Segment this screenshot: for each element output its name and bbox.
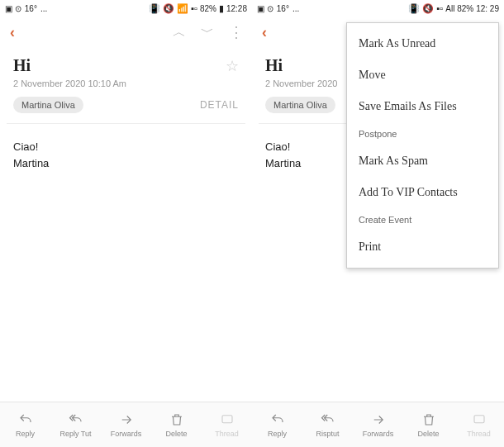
mute-icon: 🔇 <box>422 3 434 14</box>
detail-button[interactable]: DETAIL <box>200 99 239 111</box>
screen-right: ▣ ⊙ 16° ... 📳 🔇 ▪▫ All 82% 12: 29 ‹ Hi 2… <box>252 0 504 402</box>
trash-icon <box>169 412 184 427</box>
email-subject: Hi <box>13 56 31 75</box>
menu-spam[interactable]: Mark As Spam <box>347 145 498 177</box>
reply-all-icon <box>69 412 83 427</box>
email-signature: Martina <box>13 155 239 172</box>
email-body: Ciao! Martina <box>0 124 252 186</box>
status-icons: ▣ ⊙ <box>257 4 273 13</box>
svg-rect-0 <box>222 415 232 422</box>
signal-icon: ▪▫ <box>436 3 443 13</box>
delete-button[interactable]: Delete <box>403 412 454 438</box>
menu-save[interactable]: Save Emails As Files <box>347 91 498 122</box>
reply-icon <box>270 412 285 427</box>
mute-icon: 🔇 <box>163 3 174 14</box>
email-subject: Hi <box>265 56 283 75</box>
status-temp: 16° <box>277 4 289 13</box>
status-time: 12:28 <box>226 4 247 13</box>
menu-postpone[interactable]: Postpone <box>347 122 498 145</box>
thread-button[interactable]: Thread <box>202 412 252 438</box>
more-icon[interactable]: ⋮ <box>229 23 242 41</box>
status-ellipsis: ... <box>292 4 299 13</box>
email-greeting: Ciao! <box>13 139 239 155</box>
menu-move[interactable]: Move <box>347 59 498 91</box>
reply-button[interactable]: Reply <box>0 412 50 438</box>
screen-left: ▣ ⊙ 16° ... 📳 🔇 📶 ▪▫ 82% ▮ 12:28 ‹ ︿ ﹀ ⋮ <box>0 0 252 402</box>
menu-mark-unread[interactable]: Mark As Unread <box>347 28 498 59</box>
menu-print[interactable]: Print <box>347 231 498 263</box>
reply-all-button[interactable]: Risptut <box>302 412 353 438</box>
delete-button[interactable]: Delete <box>151 412 202 438</box>
thread-icon <box>472 412 487 427</box>
email-date: 2 November 2020 10:10 Am <box>0 75 252 92</box>
forward-icon <box>371 412 386 427</box>
chevron-down-icon[interactable]: ﹀ <box>201 24 214 41</box>
sender-chip[interactable]: Martina Oliva <box>13 97 83 113</box>
forward-icon <box>119 412 134 427</box>
status-bar: ▣ ⊙ 16° ... 📳 🔇 📶 ▪▫ 82% ▮ 12:28 <box>0 0 252 17</box>
menu-create-event[interactable]: Create Event <box>347 208 498 231</box>
status-icons: ▣ ⊙ <box>5 4 21 13</box>
menu-vip[interactable]: Add To VIP Contacts <box>347 177 498 208</box>
battery-percent: All 82% <box>445 4 473 13</box>
battery-icon: ▮ <box>219 3 224 14</box>
reply-icon <box>18 412 33 427</box>
thread-icon <box>220 412 235 427</box>
battery-percent: 82% <box>200 4 216 13</box>
reply-all-icon <box>321 412 335 427</box>
wifi-icon: 📶 <box>177 3 188 14</box>
back-icon[interactable]: ‹ <box>262 24 267 41</box>
reply-button[interactable]: Reply <box>252 412 302 438</box>
context-menu: Mark As Unread Move Save Emails As Files… <box>346 22 499 269</box>
svg-rect-1 <box>474 415 484 422</box>
status-ellipsis: ... <box>40 4 47 13</box>
reply-all-button[interactable]: Reply Tut <box>50 412 101 438</box>
status-bar: ▣ ⊙ 16° ... 📳 🔇 ▪▫ All 82% 12: 29 <box>252 0 504 17</box>
header: ‹ ︿ ﹀ ⋮ <box>0 17 252 48</box>
vibrate-icon: 📳 <box>408 3 420 14</box>
forwards-button[interactable]: Forwards <box>101 412 151 438</box>
signal-icon: ▪▫ <box>191 3 197 13</box>
status-time: 12: 29 <box>476 4 499 13</box>
sender-chip[interactable]: Martina Oliva <box>265 97 335 113</box>
bottom-bar: Reply Reply Tut Forwards Delete Thread R… <box>0 402 504 447</box>
thread-button[interactable]: Thread <box>454 412 504 438</box>
status-temp: 16° <box>25 4 37 13</box>
back-icon[interactable]: ‹ <box>10 24 15 41</box>
chevron-up-icon[interactable]: ︿ <box>173 24 186 41</box>
vibrate-icon: 📳 <box>149 3 160 14</box>
forwards-button[interactable]: Forwards <box>353 412 403 438</box>
star-icon[interactable]: ☆ <box>226 57 239 75</box>
trash-icon <box>421 412 436 427</box>
